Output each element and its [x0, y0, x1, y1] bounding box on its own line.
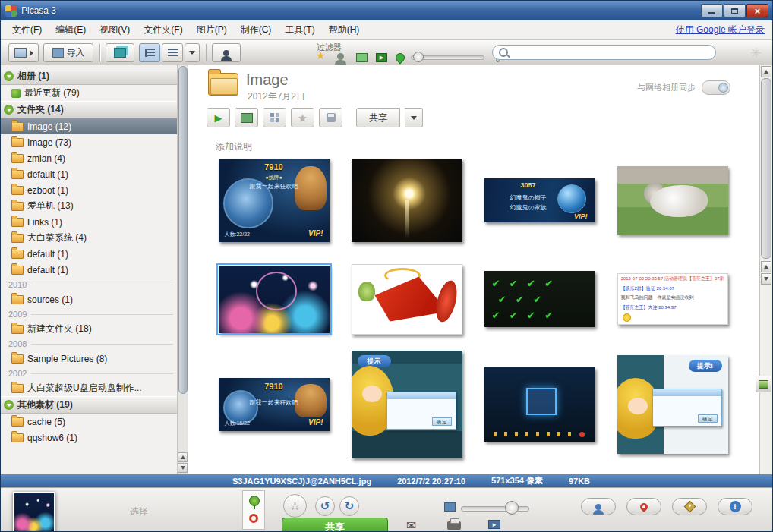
create-poster-button[interactable]: [235, 108, 258, 127]
star-filter-button[interactable]: ★: [291, 108, 314, 127]
folder-item-qqshow6[interactable]: qqshow6 (1): [1, 430, 177, 445]
menu-file[interactable]: 文件(F): [5, 20, 49, 39]
folder-item-default2[interactable]: default (1): [1, 246, 177, 262]
menu-folder[interactable]: 文件夹(F): [137, 20, 189, 39]
slideshow-button[interactable]: [212, 43, 241, 62]
scrollbar-thumb[interactable]: [761, 78, 771, 259]
filter-geotag-icon[interactable]: [394, 52, 407, 65]
tag-icon: [683, 501, 696, 513]
sidebar-scroll-down-button[interactable]: [178, 463, 188, 473]
people-panel-button[interactable]: [581, 498, 616, 515]
menu-help[interactable]: 帮助(H): [322, 20, 367, 39]
rotate-left-button[interactable]: ↺: [315, 496, 335, 516]
section-albums[interactable]: 相册 (1): [1, 68, 177, 85]
photo-thumbnail-1[interactable]: 7910 ●姚牌● 跟我一起来狂欢吧 人数:22/22 VIP!: [219, 159, 330, 242]
info-panel-button[interactable]: i: [718, 498, 752, 515]
album-recent-updates[interactable]: 最近更新 (79): [1, 85, 177, 101]
folder-item-ezboot[interactable]: ezboot (1): [1, 182, 177, 198]
photo-thumbnail-3[interactable]: 3057 幻魔鬼の帽子 幻魔鬼の家族 VIP!: [484, 178, 595, 222]
photo-thumbnail-2[interactable]: [352, 159, 462, 242]
folder-label: default (1): [27, 169, 68, 180]
sidebar-scroll-up-button[interactable]: [178, 452, 188, 462]
share-dropdown-button[interactable]: [405, 108, 423, 127]
clear-selection-icon[interactable]: [249, 514, 258, 523]
menu-view[interactable]: 视图(V): [93, 20, 137, 39]
import-button[interactable]: 导入: [43, 43, 93, 62]
folder-item-zmian[interactable]: zmian (4): [1, 150, 177, 166]
section-folders[interactable]: 文件夹 (14): [1, 101, 177, 118]
email-icon[interactable]: ✉: [406, 518, 416, 532]
menu-edit[interactable]: 编辑(E): [49, 20, 93, 39]
folder-item-default3[interactable]: default (1): [1, 262, 177, 278]
photo-thumbnail-4[interactable]: [617, 166, 728, 235]
maximize-button[interactable]: [724, 4, 746, 17]
menu-picture[interactable]: 图片(P): [190, 20, 234, 39]
filter-star-icon[interactable]: ★: [316, 51, 326, 60]
create-collage-button[interactable]: [263, 108, 286, 127]
folder-item-image73[interactable]: Image (73): [1, 134, 177, 150]
folder-item-cache[interactable]: cache (5): [1, 414, 177, 430]
play-slideshow-button[interactable]: ▶: [207, 108, 230, 127]
folder-item-sample-pictures[interactable]: Sample Pictures (8): [1, 351, 177, 367]
zoom-slider-knob[interactable]: [505, 501, 519, 515]
zoom-slider[interactable]: [461, 506, 529, 512]
thumb-art: [653, 389, 721, 396]
tags-panel-button[interactable]: [672, 498, 707, 515]
folder-item-image12[interactable]: Image (12): [1, 118, 177, 134]
share-button[interactable]: 共享: [356, 108, 400, 127]
folder-item-usb-boot[interactable]: 大白菜超级U盘启动盘制作...: [1, 380, 177, 396]
share-green-button[interactable]: 共享: [282, 518, 388, 532]
list-view-button[interactable]: [162, 43, 183, 62]
thumbnail-view-button[interactable]: [139, 43, 160, 62]
scroll-up-button-2[interactable]: [761, 261, 771, 272]
filter-photo-icon[interactable]: [356, 53, 368, 62]
scroll-down-button[interactable]: [761, 273, 771, 285]
star-photo-button[interactable]: ☆: [283, 494, 307, 518]
photo-thumbnail-6[interactable]: [352, 264, 462, 335]
menu-tools[interactable]: 工具(T): [278, 20, 321, 39]
places-panel-button[interactable]: [626, 498, 661, 515]
folder-item-sources[interactable]: sources (1): [1, 291, 177, 307]
sidebar-scrollbar-thumb[interactable]: [178, 66, 188, 394]
photo-thumbnail-9[interactable]: 7910 跟我一起来狂欢吧 人数:16/22 VIP!: [219, 378, 330, 431]
folder-item-links[interactable]: Links (1): [1, 214, 177, 230]
selected-photo-preview[interactable]: [13, 492, 55, 532]
photo-view-button[interactable]: [106, 43, 134, 62]
folder-item-default1[interactable]: default (1): [1, 166, 177, 182]
rotate-right-button[interactable]: ↻: [339, 496, 359, 516]
main-scrollbar[interactable]: [759, 65, 772, 474]
filter-video-icon[interactable]: ▶: [376, 53, 387, 62]
scroll-to-photo-button[interactable]: [756, 376, 771, 392]
photo-thumbnail-5-selected[interactable]: [219, 266, 330, 333]
section-other-material[interactable]: 其他素材 (19): [1, 396, 177, 414]
folder-item-dabaicai[interactable]: 大白菜系统 (4): [1, 230, 177, 246]
photo-thumbnail-10[interactable]: 提示 确 定: [352, 351, 462, 458]
photo-thumbnail-8[interactable]: 2012-07-02 20:33:57 活动管理员【苍茫之王】07家上的人可以领…: [617, 273, 728, 325]
folder-item-aidanji[interactable]: 爱单机 (13): [1, 198, 177, 214]
folder-icon: [11, 170, 24, 179]
scroll-up-button[interactable]: [761, 66, 771, 77]
filter-people-icon[interactable]: [337, 53, 344, 60]
section-albums-label: 相册 (1): [17, 70, 49, 83]
library-tray-button[interactable]: [8, 43, 39, 62]
close-button[interactable]: ×: [746, 4, 768, 17]
export-icon[interactable]: ▸: [488, 520, 500, 529]
google-login-link[interactable]: 使用 Google 帐户登录: [676, 24, 765, 36]
view-options-dropdown[interactable]: [185, 43, 200, 62]
toggle-knob: [718, 83, 728, 93]
photo-thumbnail-11[interactable]: [484, 367, 595, 442]
search-input[interactable]: [513, 46, 715, 58]
sidebar-scrollbar[interactable]: [177, 65, 188, 474]
add-caption-hint[interactable]: 添加说明: [216, 140, 252, 153]
save-button[interactable]: [319, 108, 342, 127]
photo-thumbnail-7[interactable]: [484, 271, 595, 327]
web-sync-toggle[interactable]: [702, 80, 730, 95]
folder-item-newfolder[interactable]: 新建文件夹 (18): [1, 321, 177, 337]
print-icon[interactable]: [447, 521, 461, 530]
filter-slider-knob[interactable]: [413, 52, 424, 62]
menu-create[interactable]: 制作(C): [234, 20, 279, 39]
photo-thumbnail-12[interactable]: 提示! 确 定: [617, 355, 728, 454]
year-group-2002: 2002: [1, 367, 177, 380]
hold-pin-icon[interactable]: [249, 496, 260, 506]
minimize-button[interactable]: [701, 4, 723, 17]
